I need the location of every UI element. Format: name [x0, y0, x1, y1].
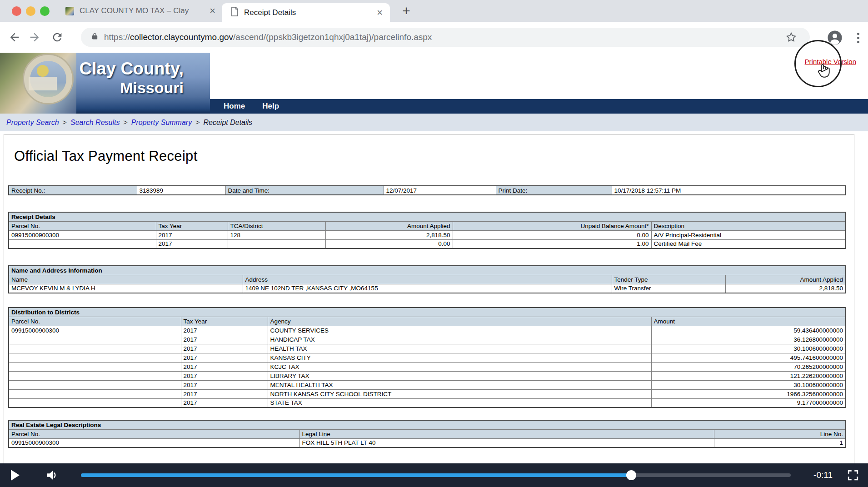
browser-window: CLAY COUNTY MO TAX – Clay × Receipt Deta…: [0, 0, 868, 487]
breadcrumb-property-search[interactable]: Property Search: [6, 119, 59, 127]
url-path: /ascend/(ppskb3igetzon1qhxj0a1taj)/parce…: [233, 32, 432, 42]
name-address-table: Name and Address InformationNameAddressT…: [8, 265, 846, 293]
breadcrumb-separator: >: [63, 119, 67, 127]
table-row: NameAddressTender TypeAmount Applied: [9, 275, 846, 284]
clay-county-banner: Clay County, Missouri: [0, 53, 210, 114]
table-row: 09915000900300FOX HILL 5TH PLAT LT 401: [9, 438, 846, 447]
url-text: https://collector.claycountymo.gov/ascen…: [104, 32, 432, 42]
reload-button[interactable]: [51, 31, 64, 44]
table-row: Distribution to Districts: [9, 308, 846, 317]
forward-button[interactable]: [28, 31, 41, 44]
tab-title: Receipt Details: [244, 8, 375, 17]
video-player-bar: -0:11: [0, 463, 868, 487]
tab-receipt-details[interactable]: Receipt Details ×: [222, 3, 390, 22]
table-row: 2017STATE TAX9.177000000000: [9, 398, 846, 407]
legal-descriptions-table: Real Estate Legal DescriptionsParcel No.…: [8, 420, 846, 448]
clay-county-favicon-icon: [65, 7, 74, 15]
browser-menu-button[interactable]: [857, 31, 860, 45]
breadcrumb-search-results[interactable]: Search Results: [70, 119, 120, 127]
fullscreen-button[interactable]: [847, 469, 859, 483]
breadcrumb-separator: >: [195, 119, 200, 127]
nav-help-link[interactable]: Help: [262, 102, 279, 111]
document-icon: [231, 7, 239, 19]
table-row: 099150009003002017COUNTY SERVICES59.4364…: [9, 326, 846, 335]
close-tab-icon[interactable]: ×: [375, 8, 384, 17]
table-row: Parcel No.Tax YearAgencyAmount: [9, 317, 846, 326]
bookmark-star-icon[interactable]: [785, 31, 797, 45]
table-row: 0991500090030020171282,818.500.00A/V Pri…: [9, 230, 846, 239]
breadcrumb-separator: >: [123, 119, 127, 127]
banner-title: Clay County, Missouri: [80, 59, 184, 97]
tab-strip: CLAY COUNTY MO TAX – Clay × Receipt Deta…: [0, 0, 868, 22]
maximize-window-button[interactable]: [40, 6, 50, 16]
table-row: Receipt Details: [9, 212, 846, 221]
breadcrumb-property-summary[interactable]: Property Summary: [131, 119, 192, 127]
volume-icon[interactable]: [45, 469, 59, 483]
browser-toolbar: https://collector.claycountymo.gov/ascen…: [0, 22, 868, 52]
table-row: Real Estate Legal Descriptions: [9, 420, 846, 429]
progress-bar[interactable]: [81, 473, 791, 477]
close-tab-icon[interactable]: ×: [208, 6, 217, 15]
table-row: Receipt No.:3183989Date and Time:12/07/2…: [9, 186, 846, 195]
play-button[interactable]: [11, 470, 20, 481]
site-navbar: Home Help: [210, 99, 868, 114]
close-window-button[interactable]: [12, 6, 21, 16]
banner-line1: Clay County,: [80, 59, 184, 79]
breadcrumb: Property Search > Search Results > Prope…: [0, 114, 868, 131]
new-tab-button[interactable]: +: [398, 3, 414, 19]
table-row: 2017KCJC TAX70.265200000000: [9, 362, 846, 371]
url-domain: collector.claycountymo.gov: [130, 32, 233, 42]
table-row: 2017HANDICAP TAX36.126800000000: [9, 335, 846, 344]
table-row: 2017LIBRARY TAX121.226200000000: [9, 371, 846, 380]
table-row: 2017MENTAL HEALTH TAX30.100600000000: [9, 380, 846, 389]
table-row: Parcel No.Tax YearTCA/DistrictAmount App…: [9, 221, 846, 230]
banner-line2: Missouri: [80, 79, 184, 97]
nav-home-link[interactable]: Home: [224, 102, 245, 111]
table-row: Name and Address Information: [9, 266, 846, 275]
url-scheme: https://: [104, 32, 130, 42]
table-row: MCEVOY KEVIN M & LYDIA H1409 NE 102ND TE…: [9, 284, 846, 293]
distribution-table: Distribution to DistrictsParcel No.Tax Y…: [8, 307, 846, 408]
receipt-meta-table: Receipt No.:3183989Date and Time:12/07/2…: [8, 185, 846, 195]
address-bar[interactable]: https://collector.claycountymo.gov/ascen…: [81, 28, 810, 47]
table-row: Parcel No.Legal LineLine No.: [9, 429, 846, 438]
county-seal-icon: [23, 54, 74, 104]
page-title: Official Tax Payment Receipt: [14, 148, 854, 164]
site-header: Clay County, Missouri Printable Version …: [0, 53, 868, 114]
time-remaining: -0:11: [813, 463, 833, 487]
tab-clay-county-tax[interactable]: CLAY COUNTY MO TAX – Clay ×: [55, 0, 222, 22]
receipt-content: Official Tax Payment Receipt Receipt No.…: [4, 134, 854, 463]
hand-cursor-icon: [816, 62, 832, 81]
lock-icon: [91, 32, 99, 43]
breadcrumb-receipt-details: Receipt Details: [204, 119, 253, 127]
tab-title: CLAY COUNTY MO TAX – Clay: [80, 6, 208, 15]
progress-handle[interactable]: [626, 470, 636, 480]
table-row: 2017NORTH KANSAS CITY SCHOOL DISTRICT196…: [9, 389, 846, 398]
table-row: 2017HEALTH TAX30.100600000000: [9, 344, 846, 353]
table-row: 2017KANSAS CITY495.741600000000: [9, 353, 846, 362]
receipt-details-table: Receipt DetailsParcel No.Tax YearTCA/Dis…: [8, 212, 846, 249]
table-row: 20170.001.00Certified Mail Fee: [9, 239, 846, 248]
back-button[interactable]: [8, 31, 21, 44]
progress-fill: [81, 473, 631, 477]
minimize-window-button[interactable]: [26, 6, 35, 16]
window-controls: [12, 6, 50, 16]
